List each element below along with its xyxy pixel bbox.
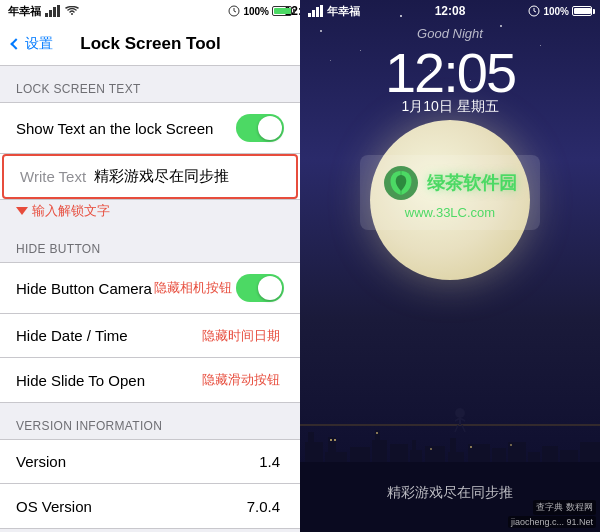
watermark-overlay: 绿茶软件园 www.33LC.com bbox=[360, 155, 540, 230]
svg-rect-37 bbox=[334, 439, 336, 441]
annotation-row: 输入解锁文字 bbox=[0, 200, 300, 226]
lock-time-display: 12:05 bbox=[300, 40, 600, 105]
status-bar-left: 年幸福 12:08 100% bbox=[0, 0, 300, 22]
hide-datetime-row: Hide Date / Time 隐藏时间日期 bbox=[0, 314, 300, 358]
svg-line-47 bbox=[455, 425, 458, 432]
svg-rect-7 bbox=[308, 13, 311, 17]
svg-rect-23 bbox=[390, 444, 408, 462]
hide-slide-value: 隐藏滑动按钮 bbox=[202, 371, 280, 389]
svg-rect-2 bbox=[53, 7, 56, 17]
lock-battery-fill bbox=[574, 8, 591, 14]
lock-battery-percent: 100% bbox=[543, 6, 569, 17]
svg-rect-10 bbox=[320, 5, 323, 17]
lock-battery-icon bbox=[572, 6, 592, 16]
right-panel: 年幸福 12:08 100% Good Night 12:05 1月10日 星期… bbox=[300, 0, 600, 532]
svg-rect-34 bbox=[560, 450, 578, 462]
hide-datetime-label: Hide Date / Time bbox=[16, 327, 202, 344]
annotation-arrow-icon bbox=[16, 207, 28, 215]
version-info-group: Version 1.4 OS Version 7.0.4 bbox=[0, 439, 300, 529]
section-header-version: VERSION INFORMATION bbox=[0, 403, 300, 439]
svg-rect-21 bbox=[372, 440, 387, 462]
battery-fill-left bbox=[274, 8, 291, 14]
toggle-thumb bbox=[258, 116, 282, 140]
figure-on-wire bbox=[300, 387, 600, 437]
hide-camera-label: Hide Button Camera bbox=[16, 280, 154, 297]
lock-alarm-icon bbox=[528, 5, 540, 17]
os-version-value: 7.0.4 bbox=[247, 498, 280, 515]
leaf-logo-icon bbox=[383, 165, 419, 201]
hide-datetime-value: 隐藏时间日期 bbox=[202, 327, 280, 345]
svg-rect-18 bbox=[325, 452, 347, 462]
svg-rect-33 bbox=[542, 446, 558, 462]
lock-right-status: 100% bbox=[528, 5, 592, 17]
good-night-label: Good Night bbox=[300, 26, 600, 41]
svg-line-48 bbox=[462, 425, 465, 432]
left-panel: 年幸福 12:08 100% bbox=[0, 0, 300, 532]
status-bar-right: 年幸福 12:08 100% bbox=[300, 0, 600, 22]
svg-rect-39 bbox=[430, 448, 432, 450]
wifi-icon bbox=[65, 6, 79, 16]
svg-line-6 bbox=[234, 11, 236, 12]
show-text-toggle[interactable] bbox=[236, 114, 284, 142]
annotation-text: 输入解锁文字 bbox=[32, 202, 110, 220]
signal-icon bbox=[45, 5, 61, 17]
nav-bar: 设置 Lock Screen Tool bbox=[0, 22, 300, 66]
version-row: Version 1.4 bbox=[0, 440, 300, 484]
write-text-value[interactable]: 精彩游戏尽在同步推 bbox=[94, 167, 280, 186]
section-header-hide-button: HIDE BUTTON bbox=[0, 226, 300, 262]
battery-percent-left: 100% bbox=[243, 6, 269, 17]
os-version-label: OS Version bbox=[16, 498, 247, 515]
carrier-label: 年幸福 bbox=[8, 4, 41, 19]
svg-rect-32 bbox=[528, 452, 540, 462]
version-value: 1.4 bbox=[259, 453, 280, 470]
lock-carrier-label: 年幸福 bbox=[327, 4, 360, 19]
watermark-logo: 绿茶软件园 bbox=[374, 165, 526, 201]
hide-button-group: Hide Button Camera 隐藏相机按钮 Hide Date / Ti… bbox=[0, 262, 300, 403]
svg-rect-26 bbox=[425, 446, 445, 462]
right-status-group: 100% bbox=[228, 5, 292, 17]
watermark-name: 绿茶软件园 bbox=[427, 171, 517, 195]
svg-rect-35 bbox=[580, 442, 600, 462]
svg-rect-40 bbox=[470, 446, 472, 448]
lock-signal-icon bbox=[308, 5, 324, 17]
lock-screen-text-group: Show Text an the lock Screen Write Text … bbox=[0, 102, 300, 200]
hide-camera-toggle[interactable] bbox=[236, 274, 284, 302]
svg-rect-1 bbox=[49, 10, 52, 17]
toggle-thumb-camera bbox=[258, 276, 282, 300]
write-text-label: Write Text bbox=[20, 168, 86, 185]
show-text-row: Show Text an the lock Screen bbox=[0, 103, 300, 154]
svg-rect-24 bbox=[410, 450, 422, 462]
write-text-row[interactable]: Write Text 精彩游戏尽在同步推 bbox=[2, 154, 298, 199]
left-status-group: 年幸福 bbox=[8, 4, 79, 19]
svg-rect-36 bbox=[330, 439, 332, 441]
svg-rect-0 bbox=[45, 13, 48, 17]
lock-carrier: 年幸福 bbox=[308, 4, 360, 19]
hide-slide-row: Hide Slide To Open 隐藏滑动按钮 bbox=[0, 358, 300, 402]
svg-rect-28 bbox=[450, 438, 456, 452]
back-button[interactable]: 设置 bbox=[12, 35, 53, 53]
site-labels: 查字典 数程网 jiaocheng.c... 91.Net bbox=[508, 500, 596, 528]
svg-point-43 bbox=[455, 408, 465, 418]
lock-time-status: 12:08 bbox=[435, 4, 466, 18]
hide-camera-row: Hide Button Camera 隐藏相机按钮 bbox=[0, 263, 300, 314]
svg-rect-41 bbox=[510, 444, 512, 446]
site-label-1: 查字典 数程网 bbox=[533, 500, 596, 515]
battery-icon-left bbox=[272, 6, 292, 16]
section-header-lock-screen-text: LOCK SCREEN TEXT bbox=[0, 66, 300, 102]
version-label: Version bbox=[16, 453, 259, 470]
svg-line-13 bbox=[534, 11, 536, 12]
svg-rect-25 bbox=[412, 440, 416, 450]
os-version-row: OS Version 7.0.4 bbox=[0, 484, 300, 528]
svg-rect-16 bbox=[305, 442, 323, 462]
svg-rect-20 bbox=[350, 447, 370, 462]
svg-rect-8 bbox=[312, 10, 315, 17]
hide-camera-value: 隐藏相机按钮 bbox=[154, 279, 232, 297]
svg-rect-9 bbox=[316, 7, 319, 17]
svg-rect-27 bbox=[448, 452, 464, 462]
watermark-url: www.33LC.com bbox=[374, 205, 526, 220]
site-label-2: jiaocheng.c... 91.Net bbox=[508, 516, 596, 528]
lock-date-label: 1月10日 星期五 bbox=[300, 98, 600, 116]
hide-slide-label: Hide Slide To Open bbox=[16, 372, 202, 389]
alarm-icon bbox=[228, 5, 240, 17]
svg-rect-3 bbox=[57, 5, 60, 17]
